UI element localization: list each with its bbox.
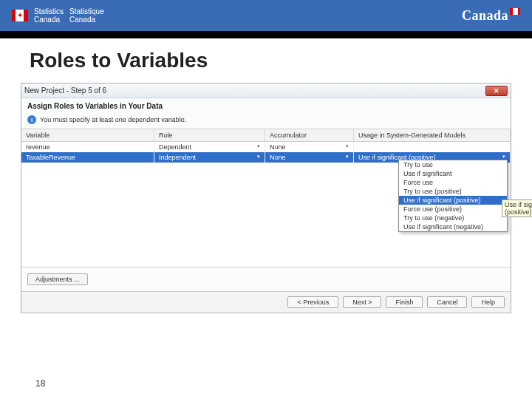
dropdown-item[interactable]: Try to use (negative) (399, 214, 507, 222)
cell-variable: TaxableRevenue (21, 152, 154, 163)
close-button[interactable]: ✕ (485, 86, 508, 96)
page-number: 18 (35, 378, 45, 389)
cell-accumulator[interactable]: None▾ (265, 142, 354, 152)
next-button[interactable]: Next > (343, 296, 381, 308)
cell-usage[interactable] (354, 142, 511, 152)
help-button[interactable]: Help (471, 296, 505, 308)
col-usage[interactable]: Usage in System-Generated Models (354, 129, 511, 141)
canada-flag-icon (510, 8, 520, 15)
col-variable[interactable]: Variable (21, 129, 154, 141)
grid-header: Variable Role Accumulator Usage in Syste… (21, 129, 511, 142)
dropdown-item-selected[interactable]: Use if significant (positive) (399, 196, 507, 205)
chevron-down-icon: ▾ (257, 143, 260, 149)
dropdown-item[interactable]: Try to use (positive) (399, 187, 507, 196)
dialog-title: New Project - Step 5 of 6 (24, 86, 106, 95)
dropdown-item[interactable]: Use if significant (399, 169, 507, 178)
chevron-down-icon: ▾ (502, 154, 505, 160)
info-row: i You must specify at least one dependen… (21, 114, 511, 129)
table-row[interactable]: revenue Dependent▾ None▾ (21, 142, 511, 152)
grid-body: revenue Dependent▾ None▾ TaxableRevenue … (21, 142, 511, 267)
col-accumulator[interactable]: Accumulator (265, 129, 354, 141)
header-divider (0, 31, 532, 38)
previous-button[interactable]: < Previous (287, 296, 338, 308)
chevron-down-icon: ▾ (346, 143, 349, 149)
dropdown-item[interactable]: Use if significant (negative) (399, 222, 507, 231)
usage-dropdown[interactable]: Try to use Use if significant Force use … (398, 160, 508, 232)
page-title: Roles to Variables (0, 38, 532, 83)
tooltip: Use if significant (positive) (502, 200, 532, 217)
cell-variable: revenue (21, 142, 154, 152)
info-icon: i (27, 115, 36, 124)
cancel-button[interactable]: Cancel (427, 296, 467, 308)
dropdown-item[interactable]: Force use (positive) (399, 205, 507, 214)
cell-role[interactable]: Independent▾ (154, 152, 265, 163)
cell-role[interactable]: Dependent▾ (154, 142, 265, 152)
section-heading: Assign Roles to Variables in Your Data (21, 98, 511, 114)
finish-button[interactable]: Finish (386, 296, 423, 308)
cell-accumulator[interactable]: None▾ (265, 152, 354, 163)
agency-en: Statistics Canada (34, 7, 64, 24)
col-role[interactable]: Role (154, 129, 265, 141)
titlebar: New Project - Step 5 of 6 ✕ (21, 83, 511, 98)
dropdown-item[interactable]: Try to use (399, 160, 507, 169)
canada-flag-icon (12, 10, 28, 21)
gov-header: Statistics Canada Statistique Canada Can… (0, 0, 532, 31)
adjustments-button[interactable]: Adjustments ... (27, 273, 88, 285)
info-text: You must specify at least one dependent … (40, 116, 186, 123)
canada-wordmark: Canada (462, 8, 520, 24)
wizard-dialog: New Project - Step 5 of 6 ✕ Assign Roles… (21, 83, 511, 313)
wizard-buttons: < Previous Next > Finish Cancel Help (21, 291, 511, 313)
agency-fr: Statistique Canada (69, 7, 104, 24)
agency-block: Statistics Canada Statistique Canada (12, 7, 104, 24)
chevron-down-icon: ▾ (257, 154, 260, 160)
dropdown-item[interactable]: Force use (399, 178, 507, 187)
chevron-down-icon: ▾ (346, 154, 349, 160)
